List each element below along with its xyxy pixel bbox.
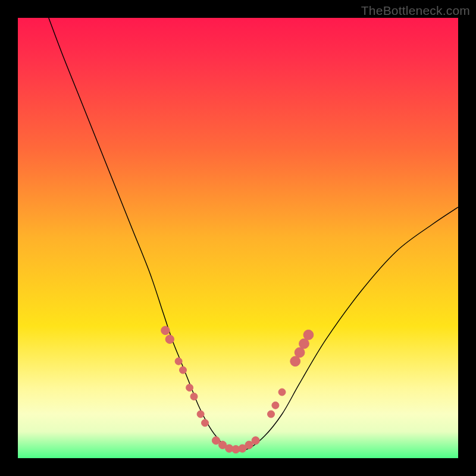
scatter-dot (190, 393, 198, 400)
scatter-dot (303, 330, 314, 340)
scatter-dot (197, 411, 204, 418)
scatter-dot (295, 347, 305, 358)
credit-link[interactable]: TheBottleneck.com (361, 4, 470, 18)
chart-frame: TheBottleneck.com (0, 0, 476, 476)
scatter-dot (272, 402, 279, 409)
scatter-dot (202, 419, 209, 427)
scatter-dot (278, 389, 286, 396)
scatter-points (161, 326, 314, 453)
plot-area (18, 18, 458, 458)
scatter-dot (186, 384, 193, 392)
scatter-dot (180, 367, 187, 374)
scatter-dot (290, 356, 300, 367)
scatter-dot (252, 437, 259, 444)
bottleneck-curve (49, 18, 458, 451)
scatter-dot (165, 335, 174, 343)
scatter-dot (175, 358, 182, 365)
scatter-dot (299, 339, 309, 349)
scatter-dot (161, 326, 170, 334)
scatter-dot (268, 411, 275, 418)
chart-svg (18, 18, 458, 458)
